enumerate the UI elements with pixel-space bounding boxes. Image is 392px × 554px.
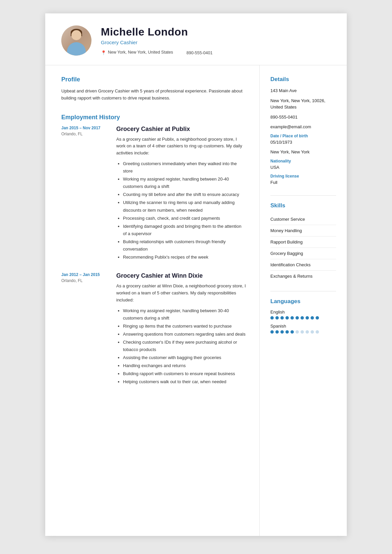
details-nationality: USA — [270, 164, 336, 171]
details-phone: 890-555-0401 — [270, 114, 336, 121]
language-english: English — [270, 309, 336, 320]
job-location-1: Orlando, FL — [61, 132, 108, 136]
bullet-item: Handling exchanges and returns — [123, 362, 246, 369]
avatar — [61, 25, 91, 56]
job-bullets-2: Working my assigned register, handling b… — [116, 307, 246, 386]
profile-section: Profile Upbeat and driven Grocery Cashie… — [61, 76, 246, 102]
bullet-item: Building relationships with customers th… — [123, 238, 246, 253]
location-field: 📍 New York, New York, United States — [101, 50, 173, 55]
details-nationality-label: Nationality — [270, 159, 336, 163]
bullet-item: Helping customers walk out to their car,… — [123, 378, 246, 386]
bullet-item: Recommending Publix's recipes of the wee… — [123, 254, 246, 261]
job-title-2: Grocery Cashier at Winn Dixie — [116, 272, 246, 279]
location-text: New York, New York, United States — [108, 50, 173, 55]
job-title-1: Grocery Cashier at Publix — [116, 126, 246, 133]
details-section: Details 143 Main Ave New York, New York,… — [270, 76, 336, 186]
languages-title: Languages — [270, 298, 336, 305]
bullet-item: Counting my till before and after the sh… — [123, 191, 246, 198]
details-title: Details — [270, 76, 336, 83]
job-bullets-1: Greeting customers immediately when they… — [116, 160, 246, 261]
location-icon: 📍 — [101, 50, 106, 55]
skills-section: Skills Customer Service Money Handling R… — [270, 202, 336, 282]
dot — [290, 316, 294, 320]
profile-title: Profile — [61, 76, 246, 83]
bullet-item: Checking customer's IDs if they were pur… — [123, 339, 246, 353]
dot — [280, 316, 284, 320]
language-spanish: Spanish — [270, 324, 336, 334]
bullet-item: Identifying damaged goods and bringing t… — [123, 223, 246, 237]
dot — [311, 316, 314, 320]
job-dates-col-2: Jan 2012 – Jan 2015 Orlando, FL — [61, 272, 108, 386]
job-desc-1: As a grocery cashier at Publix, a neighb… — [116, 136, 246, 157]
bullet-item: Building rapport with customers to ensur… — [123, 370, 246, 377]
details-dob-label: Date / Place of birth — [270, 134, 336, 138]
main-content: Profile Upbeat and driven Grocery Cashie… — [45, 65, 347, 536]
details-city: New York, New York, 10026, United States — [270, 97, 336, 111]
job-content-2: Grocery Cashier at Winn Dixie As a groce… — [116, 272, 246, 386]
dot — [301, 316, 304, 320]
job-dates-1: Jan 2015 – Nov 2017 — [61, 126, 108, 130]
dot — [290, 330, 294, 334]
language-name-spanish: Spanish — [270, 324, 336, 329]
bullet-item: Processing cash, check, and credit card … — [123, 215, 246, 222]
dot — [270, 330, 274, 334]
header-contact: 📍 New York, New York, United States 890-… — [101, 50, 331, 55]
skill-item-6: Exchanges & Returns — [270, 271, 336, 282]
bullet-item: Answering questions from customers regar… — [123, 331, 246, 338]
language-dots-english — [270, 316, 336, 320]
details-license: Full — [270, 179, 336, 186]
employment-title: Employment History — [61, 114, 246, 121]
job-location-2: Orlando, FL — [61, 278, 108, 283]
details-email: example@email.com — [270, 124, 336, 130]
dot — [296, 316, 299, 320]
details-pob: New York, New York — [270, 149, 336, 155]
job-entry-1: Jan 2015 – Nov 2017 Orlando, FL Grocery … — [61, 126, 246, 262]
details-dob: 05/10/1973 — [270, 139, 336, 146]
bullet-item: Assisting the customer with bagging thei… — [123, 354, 246, 361]
employment-section: Employment History Jan 2015 – Nov 2017 O… — [61, 114, 246, 387]
bullet-item: Utilizing the scanner to ring items up a… — [123, 199, 246, 214]
dot — [285, 330, 289, 334]
dot — [301, 330, 304, 334]
bullet-item: Ringing up items that the customers want… — [123, 323, 246, 330]
header-info: Michelle London Grocery Cashier 📍 New Yo… — [101, 26, 331, 55]
skill-item-5: Identification Checks — [270, 259, 336, 271]
languages-section: Languages English — [270, 298, 336, 334]
dot — [275, 330, 279, 334]
language-name-english: English — [270, 309, 336, 315]
bullet-item: Greeting customers immediately when they… — [123, 160, 246, 175]
job-entry-2: Jan 2012 – Jan 2015 Orlando, FL Grocery … — [61, 272, 246, 386]
phone-field: 890-555-0401 — [187, 51, 213, 55]
dot — [285, 316, 289, 320]
candidate-name: Michelle London — [101, 26, 331, 38]
dot — [316, 316, 319, 320]
dot — [270, 316, 274, 320]
dot — [316, 330, 319, 334]
skill-item-3: Rapport Building — [270, 236, 336, 248]
details-address: 143 Main Ave — [270, 87, 336, 94]
skill-item-4: Grocery Bagging — [270, 248, 336, 259]
bullet-item: Working my assigned register, handling b… — [123, 176, 246, 190]
divider — [270, 195, 336, 196]
job-dates-2: Jan 2012 – Jan 2015 — [61, 272, 108, 277]
candidate-title: Grocery Cashier — [101, 40, 331, 45]
job-content-1: Grocery Cashier at Publix As a grocery c… — [116, 126, 246, 262]
dot — [296, 330, 299, 334]
skills-title: Skills — [270, 202, 336, 209]
dot — [275, 316, 279, 320]
skill-item-1: Customer Service — [270, 214, 336, 225]
left-column: Profile Upbeat and driven Grocery Cashie… — [45, 65, 260, 536]
resume-document: Michelle London Grocery Cashier 📍 New Yo… — [45, 13, 347, 536]
job-desc-2: As a grocery cashier at Winn Dixie, a ne… — [116, 283, 246, 303]
dot — [311, 330, 314, 334]
profile-text: Upbeat and driven Grocery Cashier with 5… — [61, 88, 246, 102]
right-column: Details 143 Main Ave New York, New York,… — [260, 65, 347, 536]
divider-2 — [270, 291, 336, 291]
job-dates-col-1: Jan 2015 – Nov 2017 Orlando, FL — [61, 126, 108, 262]
dot — [280, 330, 284, 334]
skill-item-2: Money Handling — [270, 225, 336, 236]
resume-header: Michelle London Grocery Cashier 📍 New Yo… — [45, 13, 347, 65]
bullet-item: Working my assigned register, handling b… — [123, 307, 246, 322]
language-dots-spanish — [270, 330, 336, 334]
details-license-label: Driving license — [270, 174, 336, 179]
